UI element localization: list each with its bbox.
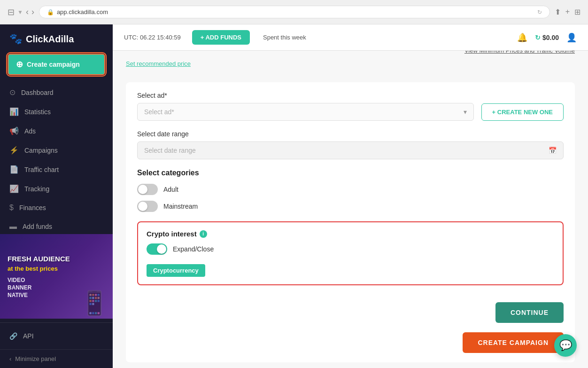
traffic-chart-icon: 📄 <box>9 165 19 174</box>
lock-icon: 🔒 <box>47 9 54 16</box>
sidebar-label-api: API <box>23 332 34 340</box>
url-text: app.clickadilla.com <box>57 8 108 16</box>
sidebar-banner: FRESH AUDIENCE at the best prices VIDEO … <box>0 234 113 319</box>
api-icon: 🔗 <box>9 332 17 340</box>
add-funds-icon: ▬ <box>9 222 17 230</box>
sidebar-item-dashboard[interactable]: ⊙ Dashboard <box>0 83 113 102</box>
refresh-icon: ↻ <box>535 34 541 41</box>
date-range-input[interactable]: Select date range 📅 <box>137 141 564 159</box>
logo-text: ClickAdilla <box>26 34 74 45</box>
balance-value: $0.00 <box>542 34 559 41</box>
plus-circle-icon: ⊕ <box>16 59 23 70</box>
sidebar-item-add-funds[interactable]: ▬ Add funds <box>0 217 113 230</box>
crypto-title-text: Crypto interest <box>147 230 197 238</box>
create-campaign-button[interactable]: ⊕ Create campaign <box>8 54 105 75</box>
share-icon[interactable]: ⬆ <box>555 8 561 16</box>
calendar-icon: 📅 <box>549 147 557 154</box>
form-section: Select ad* Select ad* ▾ + CREATE NEW ONE… <box>126 82 575 362</box>
minimize-label: Minimize panel <box>15 355 56 362</box>
back-btn[interactable]: ‹ <box>26 7 29 17</box>
select-date-label: Select date range <box>137 130 564 138</box>
sidebar-item-api[interactable]: 🔗 API <box>9 329 103 343</box>
sidebar-item-traffic-chart[interactable]: 📄 Traffic chart <box>0 160 113 179</box>
add-funds-button[interactable]: + ADD FUNDS <box>192 30 250 45</box>
create-campaign-label: Create campaign <box>27 61 80 68</box>
sidebar-item-campaigns[interactable]: ⚡ Campaigns <box>0 141 113 160</box>
sidebar-item-finances[interactable]: $ Finances <box>0 198 113 217</box>
notification-bell-icon[interactable]: 🔔 <box>517 32 527 43</box>
browser-chrome: ⊟ ▼ ‹ › 🔒 app.clickadilla.com ↻ ⬆ + ⊞ <box>0 0 588 24</box>
date-range-placeholder: Select date range <box>144 147 196 154</box>
select-ad-input-row: Select ad* ▾ + CREATE NEW ONE <box>137 103 564 121</box>
sidebar-item-ads[interactable]: 📢 Ads <box>0 121 113 141</box>
set-recommended-price-link[interactable]: Set recommended price <box>126 60 191 67</box>
select-ad-placeholder: Select ad* <box>144 108 174 116</box>
banner-title: FRESH AUDIENCE <box>8 254 105 264</box>
chat-bubble-button[interactable]: 💬 <box>554 334 577 357</box>
logo: 🐾 ClickAdilla <box>0 24 113 52</box>
ads-icon: 📢 <box>9 126 19 135</box>
action-buttons: CONTINUE CREATE CAMPAIGN <box>137 295 564 353</box>
banner-subtitle: at the best prices <box>8 265 105 272</box>
address-bar[interactable]: 🔒 app.clickadilla.com ↻ <box>39 6 550 18</box>
utc-time: UTC: 06.22 15:40:59 <box>124 34 181 41</box>
grid-icon[interactable]: ⊞ <box>574 8 580 16</box>
info-icon[interactable]: i <box>200 230 207 238</box>
sidebar-label-traffic-chart: Traffic chart <box>24 166 59 173</box>
forward-btn[interactable]: › <box>31 7 34 17</box>
sidebar-label-add-funds: Add funds <box>23 223 52 230</box>
adult-label: Adult <box>163 186 178 193</box>
campaigns-icon: ⚡ <box>9 146 19 155</box>
user-icon[interactable]: 👤 <box>566 32 577 43</box>
continue-button[interactable]: CONTINUE <box>495 302 564 323</box>
expand-close-toggle-knob <box>157 244 166 254</box>
sidebar-item-tracking[interactable]: 📈 Tracking <box>0 179 113 198</box>
expand-close-toggle-row: Expand/Close <box>147 243 554 255</box>
sidebar-label-tracking: Tracking <box>24 185 49 193</box>
cryptocurrency-tag[interactable]: Cryptocurrency <box>147 264 205 277</box>
adult-toggle-knob <box>138 185 147 194</box>
sidebar-label-finances: Finances <box>19 204 46 211</box>
expand-close-toggle[interactable] <box>147 243 167 255</box>
tracking-icon: 📈 <box>9 184 19 193</box>
new-tab-icon[interactable]: + <box>565 8 570 16</box>
expand-close-label: Expand/Close <box>173 245 214 253</box>
logo-icon: 🐾 <box>9 33 22 45</box>
mainstream-toggle-knob <box>138 202 147 211</box>
select-ad-dropdown[interactable]: Select ad* ▾ <box>137 103 474 121</box>
app-area: 🐾 ClickAdilla ⊕ Create campaign ⊙ Dashbo… <box>0 24 588 368</box>
sidebar-toggle-icon[interactable]: ⊟ <box>8 7 15 17</box>
sidebar: 🐾 ClickAdilla ⊕ Create campaign ⊙ Dashbo… <box>0 24 113 368</box>
mainstream-toggle-row: Mainstream <box>137 201 564 212</box>
sidebar-label-dashboard: Dashboard <box>21 89 54 96</box>
select-ad-label: Select ad* <box>137 92 564 99</box>
sidebar-label-ads: Ads <box>24 127 36 135</box>
sidebar-label-campaigns: Campaigns <box>24 147 58 154</box>
balance-display[interactable]: ↻ $0.00 <box>535 34 559 41</box>
select-ad-row: Select ad* Select ad* ▾ + CREATE NEW ONE <box>137 92 564 121</box>
chevron-left-icon: ‹ <box>9 355 11 362</box>
mainstream-toggle[interactable] <box>137 201 158 212</box>
sidebar-item-statistics[interactable]: 📊 Statistics <box>0 102 113 121</box>
statistics-icon: 📊 <box>9 107 19 116</box>
create-new-button[interactable]: + CREATE NEW ONE <box>481 103 564 121</box>
dashboard-icon: ⊙ <box>9 88 15 97</box>
sidebar-nav: ⊙ Dashboard 📊 Statistics 📢 Ads ⚡ Campaig… <box>0 83 113 230</box>
reload-icon[interactable]: ↻ <box>537 9 542 16</box>
minimize-panel-button[interactable]: ‹ Minimize panel <box>0 349 113 368</box>
finances-icon: $ <box>9 204 14 212</box>
main-content: Set recommended price View Minimum Price… <box>113 51 588 368</box>
adult-toggle[interactable] <box>137 184 158 195</box>
chat-icon: 💬 <box>559 339 572 352</box>
banner-tag-video: VIDEO <box>8 277 105 283</box>
view-prices-link[interactable]: View Minimum Prices and Traffic Volume <box>464 51 575 54</box>
categories-section: Select categories Adult Mainstream <box>137 169 564 212</box>
adult-toggle-row: Adult <box>137 184 564 195</box>
select-date-row: Select date range Select date range 📅 <box>137 130 564 159</box>
browser-controls: ⊟ ▼ ‹ › <box>8 7 34 17</box>
spent-this-week-label: Spent this week <box>263 34 510 41</box>
top-bar: UTC: 06.22 15:40:59 + ADD FUNDS Spent th… <box>113 24 588 51</box>
sidebar-footer: 🔗 API <box>0 322 113 349</box>
browser-actions: ⬆ + ⊞ <box>555 8 580 16</box>
create-campaign-submit-button[interactable]: CREATE CAMPAIGN <box>463 332 564 353</box>
